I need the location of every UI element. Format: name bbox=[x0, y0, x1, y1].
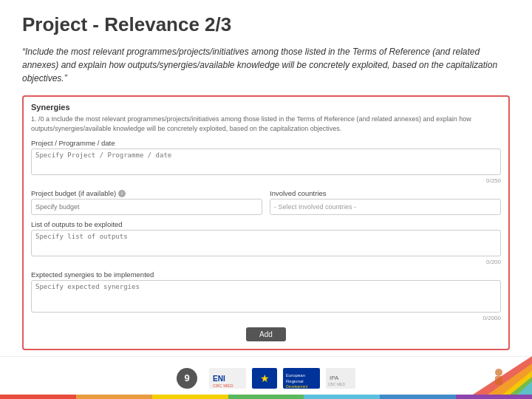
add-button[interactable]: Add bbox=[246, 327, 286, 341]
budget-info-icon[interactable]: i bbox=[118, 190, 126, 197]
expected-synergies-field: Exptected synergies to be implemented 0/… bbox=[31, 270, 501, 321]
involved-countries-label: Involved countries bbox=[270, 189, 501, 197]
strip-segment bbox=[0, 395, 76, 399]
bottom-bar: 9 ENI CBC MED ★ European Regional Develo… bbox=[0, 356, 532, 399]
svg-point-15 bbox=[495, 369, 502, 376]
page-number: 9 bbox=[177, 368, 197, 389]
svg-text:CBC MED: CBC MED bbox=[328, 382, 345, 386]
budget-countries-row: Project budget (if available) i Involved… bbox=[31, 189, 501, 220]
logo-group: ENI CBC MED ★ European Regional Developm… bbox=[209, 367, 355, 389]
project-budget-input[interactable] bbox=[31, 199, 262, 215]
svg-text:ENI: ENI bbox=[213, 375, 225, 383]
decorative-shapes bbox=[429, 356, 532, 395]
expected-synergies-input[interactable] bbox=[31, 280, 501, 313]
form-card: Synergies 1. /0 a Include the most relev… bbox=[22, 95, 510, 350]
project-budget-label: Project budget (if available) i bbox=[31, 189, 262, 197]
strip-segment bbox=[380, 395, 456, 399]
project-programme-date-input[interactable] bbox=[31, 149, 501, 175]
list-outputs-label: List of outputs to be exploited bbox=[31, 220, 501, 228]
extra-logo: IPA CBC MED bbox=[326, 367, 355, 389]
form-card-desc: 1. /0 a Include the most relevant progra… bbox=[31, 115, 501, 133]
expected-synergies-char-count: 0/2000 bbox=[31, 315, 501, 321]
svg-text:IPA: IPA bbox=[330, 375, 339, 381]
project-programme-date-char-count: 0/250 bbox=[31, 177, 501, 184]
svg-rect-16 bbox=[495, 376, 502, 385]
erdf-logo: European Regional Development bbox=[283, 367, 320, 389]
list-outputs-char-count: 0/200 bbox=[31, 259, 501, 265]
involved-countries-field: Involved countries - Select Involved cou… bbox=[270, 189, 501, 215]
page-title: Project - Relevance 2/3 bbox=[22, 13, 510, 36]
project-programme-date-field: Project / Programme / date 0/250 bbox=[31, 139, 501, 184]
strip-segment bbox=[304, 395, 380, 399]
svg-text:Development: Development bbox=[286, 384, 308, 389]
page-content: Project - Relevance 2/3 “Include the mos… bbox=[0, 0, 532, 358]
svg-text:Regional: Regional bbox=[286, 379, 304, 383]
eu-logo: ★ bbox=[252, 368, 277, 389]
color-strip bbox=[0, 395, 532, 399]
svg-text:European: European bbox=[286, 373, 305, 378]
expected-synergies-label: Exptected synergies to be implemented bbox=[31, 270, 501, 279]
form-card-title: Synergies bbox=[31, 103, 501, 112]
project-budget-field: Project budget (if available) i bbox=[31, 189, 262, 215]
involved-countries-select[interactable]: - Select Involved countries - bbox=[270, 199, 501, 215]
svg-text:CBC MED: CBC MED bbox=[213, 383, 233, 388]
list-outputs-input[interactable] bbox=[31, 230, 501, 256]
quote-text: “Include the most relevant programmes/pr… bbox=[22, 45, 510, 85]
strip-segment bbox=[456, 395, 532, 399]
project-programme-date-label: Project / Programme / date bbox=[31, 139, 501, 147]
eni-logo: ENI CBC MED bbox=[209, 367, 246, 389]
strip-segment bbox=[228, 395, 304, 399]
strip-segment bbox=[152, 395, 228, 399]
strip-segment bbox=[76, 395, 152, 399]
list-outputs-field: List of outputs to be exploited 0/200 bbox=[31, 220, 501, 265]
